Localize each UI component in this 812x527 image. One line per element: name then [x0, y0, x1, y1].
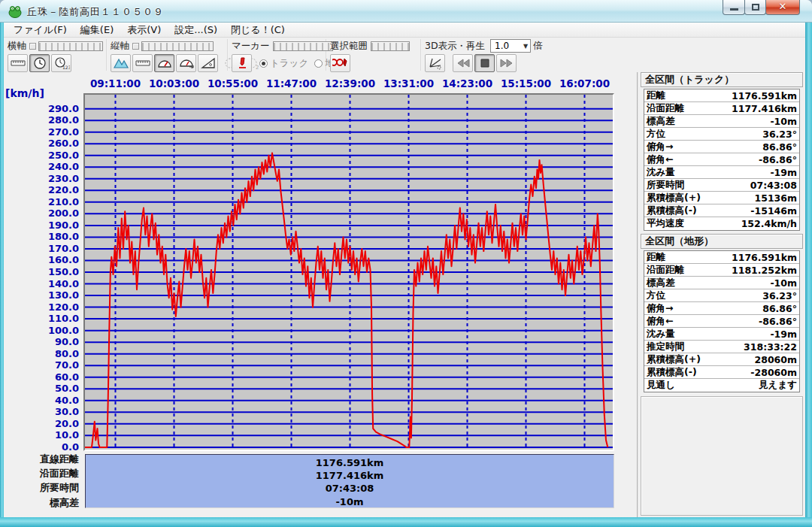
stat-label: 累積標高(-) [647, 204, 697, 217]
caption-buttons: ✕ [723, 0, 800, 15]
forward-icon [498, 56, 515, 70]
marker-radio-0[interactable]: トラック [259, 57, 308, 70]
segment-info-box: 1176.591km1177.416km07:43:08-10m [85, 454, 614, 508]
y-tick-label-3: 260.0 [23, 138, 79, 149]
toolbar: 横軸 123 縦軸 12 マーカー トラック地形 選択範囲 [4, 38, 805, 72]
menu-item-4[interactable]: 閉じる！(C) [224, 23, 292, 38]
y-tick-label-7: 220.0 [23, 184, 79, 195]
vaxis-gauge-button[interactable] [154, 54, 174, 72]
stat-row: 累積標高(+)28060m [644, 353, 799, 366]
x-tick-label-7: 15:15:00 [501, 77, 551, 89]
y-tick-label-12: 170.0 [23, 243, 79, 254]
minimize-button[interactable] [723, 0, 745, 15]
vaxis-gauge-rotate-button[interactable] [176, 54, 196, 72]
y-tick-label-18: 110.0 [23, 313, 79, 324]
y-axis-unit-label: [km/h] [5, 87, 44, 99]
stat-label: 距離 [647, 89, 665, 102]
marker-pen-icon [234, 56, 250, 70]
stat-row: 標高差-10m [644, 115, 799, 128]
segment-info-value-3: -10m [86, 495, 614, 508]
selection-select-range-button[interactable] [330, 54, 350, 72]
app-window: 丘珠－陸前高田１１０５０９ ✕ ファイル(F)編集(E)表示(V)設定...(S… [0, 0, 812, 527]
bottom-info-label-0: 直線距離 [0, 453, 79, 466]
stat-value: -10m [770, 277, 797, 289]
menu-item-0[interactable]: ファイル(F) [7, 23, 74, 38]
y-tick-label-8: 210.0 [23, 196, 79, 207]
axis-option-button[interactable] [29, 43, 36, 50]
rewind-icon [455, 56, 471, 70]
axis-option-button[interactable] [132, 43, 139, 50]
stat-label: 俯角→ [647, 302, 673, 315]
stat-label: 見通し [647, 379, 675, 392]
stat-row: 標高差-10m [644, 277, 799, 289]
segment-info-value-1: 1177.416km [86, 469, 614, 482]
y-tick-label-14: 150.0 [23, 266, 79, 277]
stat-label: 標高差 [647, 277, 675, 289]
angle-icon [200, 56, 217, 70]
menu-item-2[interactable]: 表示(V) [120, 23, 168, 38]
stat-row: 距離1176.591km [644, 251, 799, 264]
vertical-axis-slider[interactable] [141, 41, 214, 51]
x-tick-label-3: 11:47:00 [266, 77, 317, 89]
stat-row: 俯角→86.86° [644, 302, 799, 315]
horizontal-axis-group: 横軸 123 [8, 39, 103, 73]
maximize-button[interactable] [744, 0, 766, 15]
haxis-ruler-button[interactable] [8, 54, 28, 72]
close-button[interactable]: ✕ [765, 0, 800, 15]
stat-row: 方位36.23° [644, 289, 799, 302]
stat-value: 07:43:08 [750, 180, 797, 191]
maximize-icon [752, 4, 759, 11]
playback-speed-select[interactable]: 1.0 ▼ [490, 39, 531, 53]
y-tick-label-20: 90.0 [23, 336, 79, 347]
playback-stop-button[interactable] [474, 54, 495, 72]
vertical-axis-label: 縦軸 [111, 40, 129, 53]
panel-divider [637, 72, 638, 517]
speed-chart-plot[interactable] [83, 93, 614, 451]
y-tick-label-9: 200.0 [23, 207, 79, 219]
bottom-info-label-3: 標高差 [0, 496, 79, 510]
vaxis-angle-button[interactable] [198, 54, 218, 72]
stat-value: -86.86° [759, 154, 797, 165]
select-range-icon [332, 56, 349, 70]
playback-label: 3D表示・再生 [425, 40, 485, 53]
marker-radio-label-0: トラック [270, 57, 308, 70]
app-icon[interactable] [8, 5, 22, 18]
haxis-clock-numbers-button[interactable]: 123 [51, 54, 71, 72]
marker-slider[interactable] [273, 41, 333, 51]
stat-value: 1177.416km [732, 103, 797, 114]
stat-row: 俯角←-86.86° [644, 315, 799, 328]
stat-label: 沈み量 [647, 328, 675, 341]
stat-row: 累積標高(-)-28060m [644, 366, 799, 379]
svg-text:123: 123 [62, 65, 70, 70]
close-icon: ✕ [766, 1, 799, 12]
vaxis-ruler-button[interactable] [132, 54, 153, 72]
stat-label: 俯角← [647, 153, 673, 166]
bottom-info-label-1: 沿面距離 [0, 467, 79, 480]
3d-view-icon [427, 56, 444, 70]
stat-label: 沿面距離 [647, 102, 684, 115]
stat-value: 15136m [754, 192, 797, 204]
selection-slider[interactable] [371, 41, 410, 51]
menu-item-1[interactable]: 編集(E) [74, 23, 120, 38]
title-bar[interactable]: 丘珠－陸前高田１１０５０９ ✕ [0, 0, 812, 23]
stat-row: 距離1176.591km [644, 89, 799, 102]
menu-item-3[interactable]: 設定...(S) [168, 23, 224, 38]
stat-label: 沿面距離 [647, 264, 684, 277]
stat-row: 累積標高(+)15136m [644, 192, 799, 204]
speed-series-line [85, 153, 607, 447]
haxis-clock-button[interactable] [29, 54, 50, 72]
stat-value: 28060m [754, 354, 797, 365]
vaxis-mountain-button[interactable] [111, 54, 131, 72]
marker-label: マーカー [232, 40, 270, 53]
segment-info-value-2: 07:43:08 [86, 482, 614, 495]
toolbar-separator [420, 39, 422, 71]
section-table-1: 距離1176.591km沿面距離1181.252km標高差-10m方位36.23… [644, 250, 800, 392]
horizontal-axis-slider[interactable] [38, 41, 103, 51]
marker-marker-pen-button[interactable] [232, 54, 252, 72]
y-tick-label-13: 160.0 [23, 254, 79, 265]
playback-rewind-button[interactable] [453, 54, 473, 72]
playback-forward-button[interactable] [496, 54, 517, 72]
playback-3d-view-button[interactable] [425, 54, 445, 72]
x-tick-label-4: 12:39:00 [325, 77, 375, 89]
minimize-icon [730, 8, 738, 11]
